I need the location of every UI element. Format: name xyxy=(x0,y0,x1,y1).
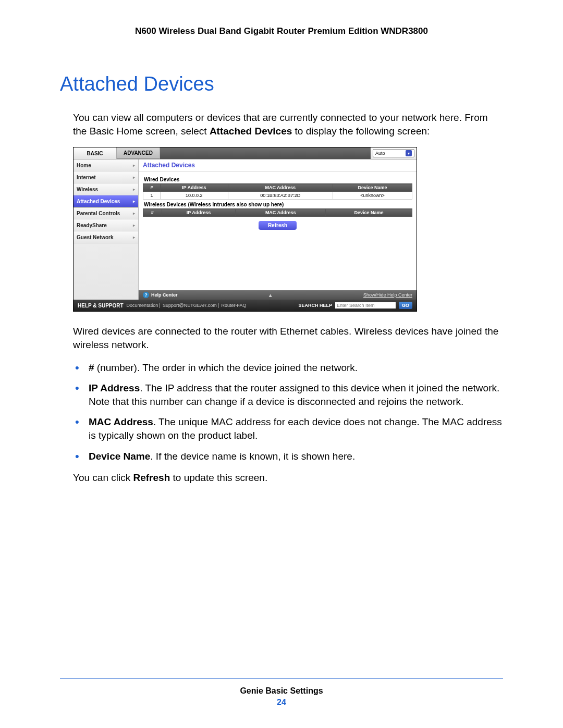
sidebar-item-attached-devices[interactable]: Attached Devices▸ xyxy=(74,195,138,207)
footer-link-support[interactable]: Support@NETGEAR.com xyxy=(163,303,217,308)
ss-main-title: Attached Devices xyxy=(139,159,417,171)
list-item: IP Address. The IP address that the rout… xyxy=(73,381,503,408)
help-toggle-link[interactable]: Show/Hide Help Center xyxy=(363,292,412,298)
wired-label: Wired Devices xyxy=(144,177,412,182)
wired-table: # IP Address MAC Address Device Name 1 1… xyxy=(143,183,412,200)
ss-top-bar: BASIC ADVANCED Auto ▾ xyxy=(74,147,417,159)
sidebar-item-readyshare[interactable]: ReadyShare▸ xyxy=(74,219,138,231)
chevron-right-icon: ▸ xyxy=(133,211,135,216)
chevron-right-icon: ▸ xyxy=(133,199,135,204)
table-header-row: # IP Address MAC Address Device Name xyxy=(143,209,412,217)
doc-header: N600 Wireless Dual Band Gigabit Router P… xyxy=(60,26,503,36)
help-support-label: HELP & SUPPORT xyxy=(78,303,124,309)
tab-basic[interactable]: BASIC xyxy=(74,147,117,159)
tab-advanced[interactable]: ADVANCED xyxy=(117,147,160,159)
bullet-list: # (number). The order in which the devic… xyxy=(60,361,503,463)
sidebar-item-parental-controls[interactable]: Parental Controls▸ xyxy=(74,207,138,219)
chevron-right-icon: ▸ xyxy=(133,235,135,240)
wireless-label: Wireless Devices (Wireless intruders als… xyxy=(144,202,412,207)
sidebar-item-wireless[interactable]: Wireless▸ xyxy=(74,183,138,195)
footer-link-documentation[interactable]: Documentation xyxy=(127,303,158,308)
language-select[interactable]: Auto ▾ xyxy=(373,149,414,157)
closing-paragraph: You can click Refresh to update this scr… xyxy=(60,471,503,485)
list-item: MAC Address. The unique MAC address for … xyxy=(73,415,503,442)
chevron-right-icon: ▸ xyxy=(133,163,135,168)
footer-rule xyxy=(60,678,503,679)
wireless-table: # IP Address MAC Address Device Name xyxy=(143,208,412,217)
search-help-input[interactable] xyxy=(335,302,396,309)
search-help-label: SEARCH HELP xyxy=(298,303,332,308)
collapse-arrow-icon[interactable]: ▲ xyxy=(268,292,273,298)
footer-links: Documentation| Support@NETGEAR.com| Rout… xyxy=(127,303,247,308)
footer-page-number: 24 xyxy=(0,698,563,707)
sidebar: Home▸ Internet▸ Wireless▸ Attached Devic… xyxy=(74,159,139,300)
go-button[interactable]: GO xyxy=(399,302,412,309)
chevron-down-icon: ▾ xyxy=(406,150,412,156)
list-item: Device Name. If the device name is known… xyxy=(73,450,503,463)
language-value: Auto xyxy=(375,151,385,156)
footer-section: Genie Basic Settings xyxy=(0,686,563,696)
intro-paragraph: You can view all computers or devices th… xyxy=(60,111,503,138)
ss-top-spacer xyxy=(160,147,371,159)
sidebar-item-internet[interactable]: Internet▸ xyxy=(74,171,138,183)
help-center-bar: ? Help Center ▲ Show/Hide Help Center xyxy=(139,290,417,300)
chevron-right-icon: ▸ xyxy=(133,223,135,228)
help-center-label[interactable]: Help Center xyxy=(151,292,178,298)
ss-main: Attached Devices Wired Devices # IP Addr… xyxy=(139,159,417,300)
footer-link-faq[interactable]: Router-FAQ xyxy=(222,303,247,308)
ss-footer-bar: HELP & SUPPORT Documentation| Support@NE… xyxy=(74,300,417,311)
router-screenshot: BASIC ADVANCED Auto ▾ Home▸ Internet▸ Wi… xyxy=(73,147,417,312)
chevron-right-icon: ▸ xyxy=(133,187,135,192)
list-item: # (number). The order in which the devic… xyxy=(73,361,503,375)
table-row: 1 10.0.0.2 00:1B:63:A2:B7:2D <unknown> xyxy=(143,192,412,200)
page-title: Attached Devices xyxy=(60,73,503,95)
help-icon: ? xyxy=(143,292,149,298)
refresh-button[interactable]: Refresh xyxy=(259,221,297,230)
page-footer: Genie Basic Settings 24 xyxy=(0,678,563,707)
chevron-right-icon: ▸ xyxy=(133,175,135,180)
sidebar-item-home[interactable]: Home▸ xyxy=(74,159,138,171)
after-screenshot-paragraph: Wired devices are connected to the route… xyxy=(60,325,503,351)
sidebar-item-guest-network[interactable]: Guest Network▸ xyxy=(74,231,138,243)
table-header-row: # IP Address MAC Address Device Name xyxy=(143,184,412,192)
